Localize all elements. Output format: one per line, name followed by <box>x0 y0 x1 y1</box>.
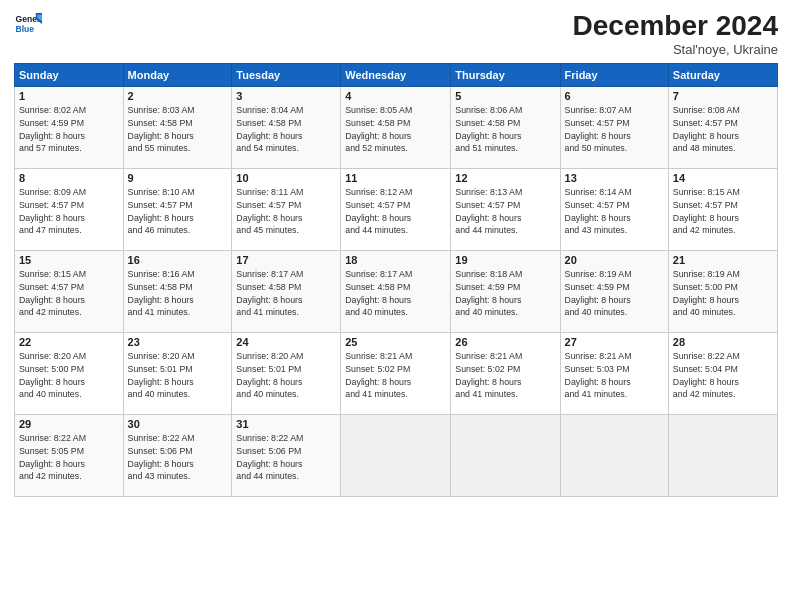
day-info: Sunrise: 8:04 AM Sunset: 4:58 PM Dayligh… <box>236 104 336 155</box>
table-row: 3Sunrise: 8:04 AM Sunset: 4:58 PM Daylig… <box>232 87 341 169</box>
day-info: Sunrise: 8:21 AM Sunset: 5:02 PM Dayligh… <box>345 350 446 401</box>
table-row: 21Sunrise: 8:19 AM Sunset: 5:00 PM Dayli… <box>668 251 777 333</box>
title-block: December 2024 Stal'noye, Ukraine <box>573 10 778 57</box>
calendar-table: Sunday Monday Tuesday Wednesday Thursday… <box>14 63 778 497</box>
col-friday: Friday <box>560 64 668 87</box>
col-thursday: Thursday <box>451 64 560 87</box>
table-row: 10Sunrise: 8:11 AM Sunset: 4:57 PM Dayli… <box>232 169 341 251</box>
logo-icon: General Blue <box>14 10 42 38</box>
day-number: 18 <box>345 254 446 266</box>
day-info: Sunrise: 8:07 AM Sunset: 4:57 PM Dayligh… <box>565 104 664 155</box>
day-number: 26 <box>455 336 555 348</box>
table-row: 9Sunrise: 8:10 AM Sunset: 4:57 PM Daylig… <box>123 169 232 251</box>
day-number: 1 <box>19 90 119 102</box>
table-row: 1Sunrise: 8:02 AM Sunset: 4:59 PM Daylig… <box>15 87 124 169</box>
table-row: 12Sunrise: 8:13 AM Sunset: 4:57 PM Dayli… <box>451 169 560 251</box>
table-row: 14Sunrise: 8:15 AM Sunset: 4:57 PM Dayli… <box>668 169 777 251</box>
table-row <box>451 415 560 497</box>
day-number: 4 <box>345 90 446 102</box>
day-info: Sunrise: 8:09 AM Sunset: 4:57 PM Dayligh… <box>19 186 119 237</box>
day-info: Sunrise: 8:19 AM Sunset: 5:00 PM Dayligh… <box>673 268 773 319</box>
table-row: 30Sunrise: 8:22 AM Sunset: 5:06 PM Dayli… <box>123 415 232 497</box>
day-number: 5 <box>455 90 555 102</box>
day-number: 7 <box>673 90 773 102</box>
page: General Blue December 2024 Stal'noye, Uk… <box>0 0 792 612</box>
day-info: Sunrise: 8:10 AM Sunset: 4:57 PM Dayligh… <box>128 186 228 237</box>
table-row <box>560 415 668 497</box>
table-row: 31Sunrise: 8:22 AM Sunset: 5:06 PM Dayli… <box>232 415 341 497</box>
day-info: Sunrise: 8:21 AM Sunset: 5:02 PM Dayligh… <box>455 350 555 401</box>
table-row: 16Sunrise: 8:16 AM Sunset: 4:58 PM Dayli… <box>123 251 232 333</box>
day-info: Sunrise: 8:17 AM Sunset: 4:58 PM Dayligh… <box>345 268 446 319</box>
col-tuesday: Tuesday <box>232 64 341 87</box>
day-number: 25 <box>345 336 446 348</box>
table-row: 24Sunrise: 8:20 AM Sunset: 5:01 PM Dayli… <box>232 333 341 415</box>
day-number: 28 <box>673 336 773 348</box>
table-row: 11Sunrise: 8:12 AM Sunset: 4:57 PM Dayli… <box>341 169 451 251</box>
col-saturday: Saturday <box>668 64 777 87</box>
day-number: 22 <box>19 336 119 348</box>
table-row <box>668 415 777 497</box>
calendar-week-4: 22Sunrise: 8:20 AM Sunset: 5:00 PM Dayli… <box>15 333 778 415</box>
day-number: 16 <box>128 254 228 266</box>
col-sunday: Sunday <box>15 64 124 87</box>
table-row: 23Sunrise: 8:20 AM Sunset: 5:01 PM Dayli… <box>123 333 232 415</box>
day-number: 29 <box>19 418 119 430</box>
table-row: 7Sunrise: 8:08 AM Sunset: 4:57 PM Daylig… <box>668 87 777 169</box>
day-info: Sunrise: 8:02 AM Sunset: 4:59 PM Dayligh… <box>19 104 119 155</box>
day-info: Sunrise: 8:06 AM Sunset: 4:58 PM Dayligh… <box>455 104 555 155</box>
header-row: Sunday Monday Tuesday Wednesday Thursday… <box>15 64 778 87</box>
day-number: 10 <box>236 172 336 184</box>
day-number: 31 <box>236 418 336 430</box>
table-row: 26Sunrise: 8:21 AM Sunset: 5:02 PM Dayli… <box>451 333 560 415</box>
table-row <box>341 415 451 497</box>
day-info: Sunrise: 8:17 AM Sunset: 4:58 PM Dayligh… <box>236 268 336 319</box>
day-info: Sunrise: 8:20 AM Sunset: 5:01 PM Dayligh… <box>236 350 336 401</box>
table-row: 17Sunrise: 8:17 AM Sunset: 4:58 PM Dayli… <box>232 251 341 333</box>
subtitle: Stal'noye, Ukraine <box>573 42 778 57</box>
day-number: 20 <box>565 254 664 266</box>
day-number: 19 <box>455 254 555 266</box>
calendar-week-2: 8Sunrise: 8:09 AM Sunset: 4:57 PM Daylig… <box>15 169 778 251</box>
day-number: 15 <box>19 254 119 266</box>
day-number: 17 <box>236 254 336 266</box>
day-info: Sunrise: 8:12 AM Sunset: 4:57 PM Dayligh… <box>345 186 446 237</box>
table-row: 18Sunrise: 8:17 AM Sunset: 4:58 PM Dayli… <box>341 251 451 333</box>
day-number: 12 <box>455 172 555 184</box>
day-number: 8 <box>19 172 119 184</box>
table-row: 20Sunrise: 8:19 AM Sunset: 4:59 PM Dayli… <box>560 251 668 333</box>
svg-text:Blue: Blue <box>16 24 35 34</box>
table-row: 28Sunrise: 8:22 AM Sunset: 5:04 PM Dayli… <box>668 333 777 415</box>
logo: General Blue <box>14 10 42 38</box>
day-number: 9 <box>128 172 228 184</box>
day-number: 13 <box>565 172 664 184</box>
day-info: Sunrise: 8:05 AM Sunset: 4:58 PM Dayligh… <box>345 104 446 155</box>
day-info: Sunrise: 8:18 AM Sunset: 4:59 PM Dayligh… <box>455 268 555 319</box>
day-info: Sunrise: 8:22 AM Sunset: 5:05 PM Dayligh… <box>19 432 119 483</box>
col-wednesday: Wednesday <box>341 64 451 87</box>
day-number: 3 <box>236 90 336 102</box>
calendar-week-3: 15Sunrise: 8:15 AM Sunset: 4:57 PM Dayli… <box>15 251 778 333</box>
day-info: Sunrise: 8:21 AM Sunset: 5:03 PM Dayligh… <box>565 350 664 401</box>
table-row: 6Sunrise: 8:07 AM Sunset: 4:57 PM Daylig… <box>560 87 668 169</box>
table-row: 15Sunrise: 8:15 AM Sunset: 4:57 PM Dayli… <box>15 251 124 333</box>
day-number: 2 <box>128 90 228 102</box>
day-number: 21 <box>673 254 773 266</box>
calendar-week-1: 1Sunrise: 8:02 AM Sunset: 4:59 PM Daylig… <box>15 87 778 169</box>
day-number: 30 <box>128 418 228 430</box>
day-info: Sunrise: 8:15 AM Sunset: 4:57 PM Dayligh… <box>19 268 119 319</box>
day-info: Sunrise: 8:03 AM Sunset: 4:58 PM Dayligh… <box>128 104 228 155</box>
col-monday: Monday <box>123 64 232 87</box>
day-info: Sunrise: 8:22 AM Sunset: 5:06 PM Dayligh… <box>128 432 228 483</box>
header: General Blue December 2024 Stal'noye, Uk… <box>14 10 778 57</box>
day-number: 27 <box>565 336 664 348</box>
day-info: Sunrise: 8:16 AM Sunset: 4:58 PM Dayligh… <box>128 268 228 319</box>
day-info: Sunrise: 8:15 AM Sunset: 4:57 PM Dayligh… <box>673 186 773 237</box>
table-row: 2Sunrise: 8:03 AM Sunset: 4:58 PM Daylig… <box>123 87 232 169</box>
day-info: Sunrise: 8:13 AM Sunset: 4:57 PM Dayligh… <box>455 186 555 237</box>
day-info: Sunrise: 8:22 AM Sunset: 5:06 PM Dayligh… <box>236 432 336 483</box>
table-row: 27Sunrise: 8:21 AM Sunset: 5:03 PM Dayli… <box>560 333 668 415</box>
table-row: 29Sunrise: 8:22 AM Sunset: 5:05 PM Dayli… <box>15 415 124 497</box>
day-number: 24 <box>236 336 336 348</box>
table-row: 25Sunrise: 8:21 AM Sunset: 5:02 PM Dayli… <box>341 333 451 415</box>
